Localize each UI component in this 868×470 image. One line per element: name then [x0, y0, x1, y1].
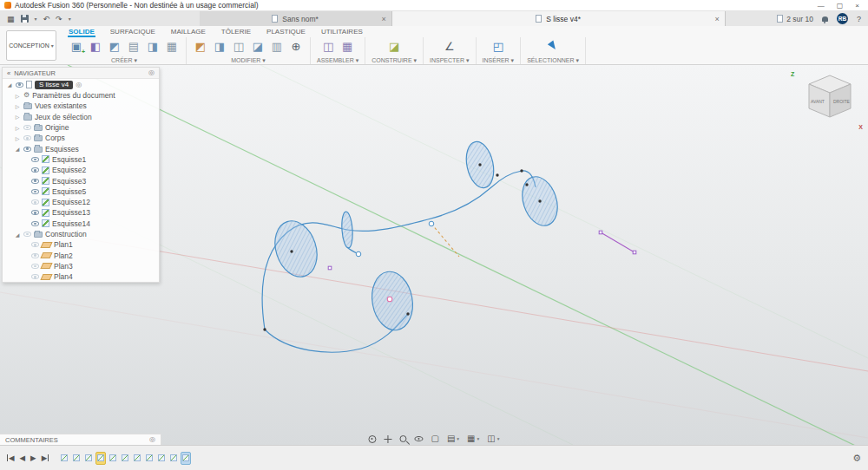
navigator-item-esquisse12[interactable]: Esquisse12 — [3, 197, 159, 207]
navigator-item-corps[interactable]: ▷Corps — [3, 133, 159, 143]
navigator-item-esquisse2[interactable]: Esquisse2 — [3, 165, 159, 175]
root-document-name[interactable]: S lisse v4 — [35, 81, 73, 89]
tab-tolerie[interactable]: TÔLERIE — [220, 26, 252, 37]
insert-icon[interactable]: ◰ — [490, 38, 506, 54]
timeline-feature-10[interactable] — [168, 452, 179, 465]
combine-icon[interactable]: ◪ — [250, 38, 266, 54]
tab-plastique[interactable]: PLASTIQUE — [266, 26, 306, 37]
navigator-item-plan3[interactable]: Plan3 — [3, 261, 159, 271]
close-icon[interactable]: × — [855, 2, 859, 10]
sketch-constraint-point[interactable] — [599, 231, 602, 234]
user-avatar[interactable]: RB — [837, 13, 848, 24]
expander-icon[interactable]: ◢ — [14, 146, 21, 152]
ribbon-group-label-inserer[interactable]: INSÉRER ▾ — [483, 57, 515, 64]
measure-icon[interactable]: ∠ — [442, 38, 457, 54]
timeline-feature-9[interactable] — [156, 452, 167, 465]
navigator-item-vues-existantes[interactable]: ▷Vues existantes — [3, 101, 159, 111]
sketch-point[interactable] — [406, 312, 409, 315]
ribbon-group-label-creer[interactable]: CRÉER ▾ — [111, 57, 137, 64]
move-copy-icon[interactable]: ⊕ — [288, 38, 304, 54]
add-comment-icon[interactable]: ◎ — [149, 436, 155, 443]
visibility-eye-icon[interactable] — [31, 221, 39, 226]
timeline-feature-5[interactable] — [108, 452, 118, 465]
select-cursor-icon[interactable] — [545, 38, 561, 54]
timeline-go-to-start-icon[interactable]: ◀ — [7, 454, 15, 462]
navigator-item-esquisse14[interactable]: Esquisse14 — [3, 219, 159, 229]
fit-view-icon[interactable]: ▢ — [431, 434, 438, 443]
primitive-box-icon[interactable]: ◨ — [145, 38, 161, 54]
notifications-bell-icon[interactable] — [822, 16, 828, 22]
navigator-item-esquisses[interactable]: ◢Esquisses — [3, 143, 159, 153]
timeline-feature-2[interactable] — [71, 452, 82, 465]
visibility-eye-icon[interactable] — [31, 242, 39, 247]
close-tab-icon[interactable]: × — [381, 15, 385, 23]
sketch-constraint-point[interactable] — [328, 266, 332, 270]
timeline-go-to-end-icon[interactable]: ▶ — [42, 454, 49, 462]
sketch-point[interactable] — [525, 183, 528, 186]
visibility-eye-icon[interactable] — [31, 189, 39, 194]
timeline-feature-7[interactable] — [132, 452, 142, 465]
visibility-eye-icon[interactable] — [31, 253, 39, 258]
grid-settings-icon[interactable]: ▦▾ — [467, 434, 479, 443]
sketch-point[interactable] — [496, 173, 498, 176]
tab-maillage[interactable]: MAILLAGE — [170, 26, 207, 37]
expander-icon[interactable]: ▷ — [14, 114, 21, 120]
ribbon-group-label-modifier[interactable]: MODIFIER ▾ — [231, 57, 266, 64]
collapse-panel-icon[interactable]: « — [7, 69, 10, 77]
sketch-constraint-point[interactable] — [633, 251, 636, 254]
sketch-point[interactable] — [263, 328, 266, 330]
visibility-eye-icon[interactable] — [23, 147, 31, 152]
visibility-eye-icon[interactable] — [23, 232, 31, 237]
comments-bar[interactable]: COMMENTAIRES ◎ — [0, 434, 161, 445]
minimize-icon[interactable]: — — [818, 2, 825, 10]
shell-icon[interactable]: ◫ — [231, 38, 247, 54]
navigator-item-esquisse13[interactable]: Esquisse13 — [3, 207, 159, 218]
expander-icon[interactable]: ▷ — [14, 135, 21, 141]
look-at-icon[interactable] — [414, 436, 423, 441]
expander-icon[interactable]: ◢ — [6, 82, 13, 88]
sketch-point[interactable] — [478, 163, 481, 166]
sketch-point-marker[interactable] — [429, 221, 434, 226]
orbit-icon[interactable] — [368, 435, 376, 443]
visibility-eye-icon[interactable] — [23, 125, 31, 130]
create-form-icon[interactable]: ◩ — [107, 38, 122, 54]
zoom-icon[interactable] — [399, 435, 406, 442]
visibility-eye-icon[interactable] — [31, 157, 39, 162]
navigator-item-esquisse3[interactable]: Esquisse3 — [3, 175, 159, 186]
tab-solide[interactable]: SOLIDE — [68, 26, 95, 37]
workspace-selector-button[interactable]: CONCEPTION▾ — [6, 30, 56, 61]
navigator-item-jeux-de-s-lection[interactable]: ▷Jeux de sélection — [3, 112, 159, 122]
visibility-eye-icon[interactable] — [16, 82, 23, 88]
expander-icon[interactable]: ▷ — [14, 125, 21, 131]
display-settings-icon[interactable]: ▤▾ — [447, 434, 459, 443]
sketch-point-marker[interactable] — [356, 251, 361, 257]
save-menu-caret-icon[interactable]: ▾ — [35, 16, 37, 22]
timeline-feature-3[interactable] — [83, 452, 94, 465]
viewports-icon[interactable]: ◫▾ — [487, 434, 499, 443]
sketch-point[interactable] — [290, 250, 293, 252]
version-badge[interactable]: 2 sur 10 — [777, 15, 813, 23]
timeline-settings-gear-icon[interactable]: ⚙ — [852, 453, 861, 464]
expander-icon[interactable]: ▷ — [14, 93, 21, 99]
navigator-item-construction[interactable]: ◢Construction — [3, 229, 159, 239]
timeline-feature-4[interactable] — [95, 452, 106, 465]
visibility-eye-icon[interactable] — [31, 199, 39, 205]
maximize-icon[interactable]: ▢ — [837, 2, 844, 10]
visibility-eye-icon[interactable] — [31, 179, 39, 184]
visibility-eye-icon[interactable] — [31, 210, 39, 215]
fillet-icon[interactable]: ◨ — [212, 38, 227, 54]
timeline-feature-11[interactable] — [181, 452, 191, 465]
sketch-point[interactable] — [538, 199, 541, 202]
construction-plane-icon[interactable]: ◪ — [386, 38, 402, 54]
tab-surfacique[interactable]: SURFACIQUE — [109, 26, 156, 37]
visibility-eye-icon[interactable] — [31, 274, 39, 279]
navigator-root-item[interactable]: ◢ S lisse v4 ◎ — [3, 79, 159, 90]
construction-dashed-line[interactable] — [431, 224, 459, 257]
derive-icon[interactable]: ▤ — [126, 38, 141, 54]
redo-icon[interactable]: ↷ — [56, 15, 62, 23]
navigator-item-esquisse5[interactable]: Esquisse5 — [3, 186, 159, 197]
help-icon[interactable]: ? — [857, 15, 861, 23]
app-launcher-grid-icon[interactable]: ▦ — [7, 15, 15, 23]
sketch-line[interactable] — [601, 232, 635, 252]
press-pull-icon[interactable]: ◩ — [193, 38, 208, 54]
